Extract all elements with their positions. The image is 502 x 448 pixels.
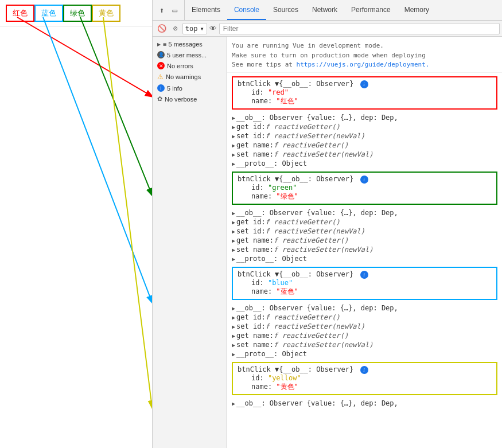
observer-name-green: name: "绿色" xyxy=(238,192,492,201)
observer-block-green: btnClick ▼{__ob__: Observer} i id: "gree… xyxy=(232,172,497,205)
row-set-id-blue[interactable]: ▶ set id: f reactiveSetter(newVal) xyxy=(227,322,502,331)
svg-line-3 xyxy=(103,17,152,407)
observer-block-yellow: btnClick ▼{__ob__: Observer} i id: "yell… xyxy=(232,362,497,395)
cursor-icon[interactable]: ⬆ xyxy=(157,5,166,16)
svg-line-1 xyxy=(80,17,152,195)
observer-id-yellow: id: "yellow" xyxy=(238,374,492,382)
tab-network[interactable]: Network xyxy=(305,0,344,20)
vue-msg-line2: Make sure to turn on production mode whe… xyxy=(232,51,497,61)
row-ob-green[interactable]: ▶ __ob__: Observer {value: {…}, dep: Dep… xyxy=(227,208,502,217)
tab-memory[interactable]: Memory xyxy=(398,0,436,20)
filter-info[interactable]: i 5 info xyxy=(153,83,227,94)
tab-console[interactable]: Console xyxy=(227,0,266,20)
error-icon: ✕ xyxy=(157,62,165,69)
observer-name-red: name: "红色" xyxy=(238,96,492,106)
filter-all-messages[interactable]: ▶ ≡ 5 messages xyxy=(153,39,227,49)
filter-verbose[interactable]: ✿ No verbose xyxy=(153,94,227,104)
row-get-id-red[interactable]: ▶ get id: f reactiveGetter() xyxy=(227,122,502,131)
row-set-name-green[interactable]: ▶ set name: f reactiveSetter(newVal) xyxy=(227,245,502,254)
device-icon[interactable]: ▭ xyxy=(170,5,179,16)
observer-header-blue: btnClick ▼{__ob__: Observer} i xyxy=(238,270,492,279)
btnclick-label-green: btnClick ▼{__ob__: Observer} xyxy=(238,175,353,183)
svg-line-2 xyxy=(43,17,152,302)
row-proto-red[interactable]: ▶ __proto__: Object xyxy=(227,159,502,168)
row-ob-yellow[interactable]: ▶ __ob__: Observer {value: {…}, dep: Dep… xyxy=(227,399,502,408)
observer-header-red: btnClick ▼{__ob__: Observer} i xyxy=(238,80,492,88)
filter-user-messages[interactable]: 👤 5 user mess... xyxy=(153,49,227,60)
tab-performance[interactable]: Performance xyxy=(344,0,398,20)
red-button[interactable]: 红色 xyxy=(6,5,34,22)
clear-icon[interactable]: 🚫 xyxy=(155,23,169,34)
expand-icon: ▶ xyxy=(157,42,161,47)
arrows-overlay xyxy=(0,0,152,448)
vue-docs-link[interactable]: https://vuejs.org/guide/deployment. xyxy=(297,61,430,68)
row-set-name-blue[interactable]: ▶ set name: f reactiveSetter(newVal) xyxy=(227,340,502,349)
btnclick-label-yellow: btnClick ▼{__ob__: Observer} xyxy=(238,365,353,373)
info-badge-yellow: i xyxy=(360,366,368,374)
app-area: 红色 蓝色 绿色 黄色 xyxy=(0,0,152,448)
vue-msg-line1: You are running Vue in development mode. xyxy=(232,41,497,51)
context-value: top xyxy=(185,25,198,33)
row-get-id-green[interactable]: ▶ get id: f reactiveGetter() xyxy=(227,217,502,227)
yellow-button[interactable]: 黄色 xyxy=(92,5,120,22)
row-set-id-red[interactable]: ▶ set id: f reactiveSetter(newVal) xyxy=(227,131,502,141)
row-proto-blue[interactable]: ▶ __proto__: Object xyxy=(227,349,502,359)
filter-errors[interactable]: ✕ No errors xyxy=(153,60,227,71)
row-ob-blue[interactable]: ▶ __ob__: Observer {value: {…}, dep: Dep… xyxy=(227,303,502,313)
observer-name-yellow: name: "黄色" xyxy=(238,382,492,392)
svg-line-0 xyxy=(17,17,152,96)
observer-id-green: id: "green" xyxy=(238,184,492,192)
observer-header-green: btnClick ▼{__ob__: Observer} i xyxy=(238,175,492,184)
color-buttons: 红色 蓝色 绿色 黄色 xyxy=(0,0,152,27)
row-set-name-red[interactable]: ▶ set name: f reactiveSetter(newVal) xyxy=(227,150,502,159)
user-icon: 👤 xyxy=(157,51,165,59)
filter-info-label: 5 info xyxy=(167,85,182,92)
filter-user-label: 5 user mess... xyxy=(167,52,207,59)
warning-icon: ⚠ xyxy=(157,73,164,81)
btnclick-label-blue: btnClick ▼{__ob__: Observer} xyxy=(238,270,353,278)
filter-errors-label: No errors xyxy=(167,63,193,69)
row-get-name-blue[interactable]: ▶ get name: f reactiveGetter() xyxy=(227,331,502,340)
context-select[interactable]: top ▾ xyxy=(182,23,207,34)
filter-all-label: ≡ 5 messages xyxy=(163,41,203,48)
row-ob-red[interactable]: ▶ __ob__: Observer {value: {…}, dep: Dep… xyxy=(227,113,502,122)
info-badge-red: i xyxy=(360,80,368,88)
tab-elements[interactable]: Elements xyxy=(185,0,227,20)
blue-button[interactable]: 蓝色 xyxy=(34,5,63,22)
filter-input[interactable] xyxy=(219,23,500,34)
block-icon[interactable]: ⊘ xyxy=(171,23,180,34)
vue-msg-line3: See more tips at https://vuejs.org/guide… xyxy=(232,60,497,70)
tab-bar: ⬆ ▭ Elements Console Sources Network Per… xyxy=(153,0,502,21)
message-filters: ▶ ≡ 5 messages 👤 5 user mess... ✕ No err… xyxy=(153,37,227,448)
tab-sources[interactable]: Sources xyxy=(266,0,305,20)
green-button[interactable]: 绿色 xyxy=(63,5,92,22)
info-badge-green: i xyxy=(360,176,368,184)
filter-warnings-label: No warnings xyxy=(166,73,201,80)
eye-icon[interactable]: 👁 xyxy=(209,24,217,33)
observer-header-yellow: btnClick ▼{__ob__: Observer} i xyxy=(238,365,492,374)
verbose-icon: ✿ xyxy=(157,95,162,103)
info-icon: i xyxy=(157,84,165,92)
row-get-id-blue[interactable]: ▶ get id: f reactiveGetter() xyxy=(227,313,502,322)
btnclick-label-red: btnClick ▼{__ob__: Observer} xyxy=(238,80,353,88)
vue-dev-message: You are running Vue in development mode.… xyxy=(227,39,502,73)
console-output[interactable]: You are running Vue in development mode.… xyxy=(227,37,502,448)
row-get-name-green[interactable]: ▶ get name: f reactiveGetter() xyxy=(227,236,502,245)
observer-name-blue: name: "蓝色" xyxy=(238,287,492,297)
filter-verbose-label: No verbose xyxy=(165,96,197,103)
console-toolbar: 🚫 ⊘ top ▾ 👁 xyxy=(153,21,502,37)
filter-warnings[interactable]: ⚠ No warnings xyxy=(153,71,227,83)
row-proto-green[interactable]: ▶ __proto__: Object xyxy=(227,254,502,263)
tabs: Elements Console Sources Network Perform… xyxy=(185,0,436,20)
devtools-panel: ⬆ ▭ Elements Console Sources Network Per… xyxy=(152,0,502,448)
info-badge-blue: i xyxy=(360,271,368,279)
observer-id-blue: id: "blue" xyxy=(238,279,492,287)
observer-block-red: btnClick ▼{__ob__: Observer} i id: "red"… xyxy=(232,76,497,110)
console-content: ▶ ≡ 5 messages 👤 5 user mess... ✕ No err… xyxy=(153,37,502,448)
row-get-name-red[interactable]: ▶ get name: f reactiveGetter() xyxy=(227,141,502,150)
row-set-id-green[interactable]: ▶ set id: f reactiveSetter(newVal) xyxy=(227,227,502,236)
tab-icons: ⬆ ▭ xyxy=(153,0,185,20)
observer-id-red: id: "red" xyxy=(238,88,492,96)
observer-block-blue: btnClick ▼{__ob__: Observer} i id: "blue… xyxy=(232,267,497,300)
context-dropdown-icon: ▾ xyxy=(200,25,204,33)
